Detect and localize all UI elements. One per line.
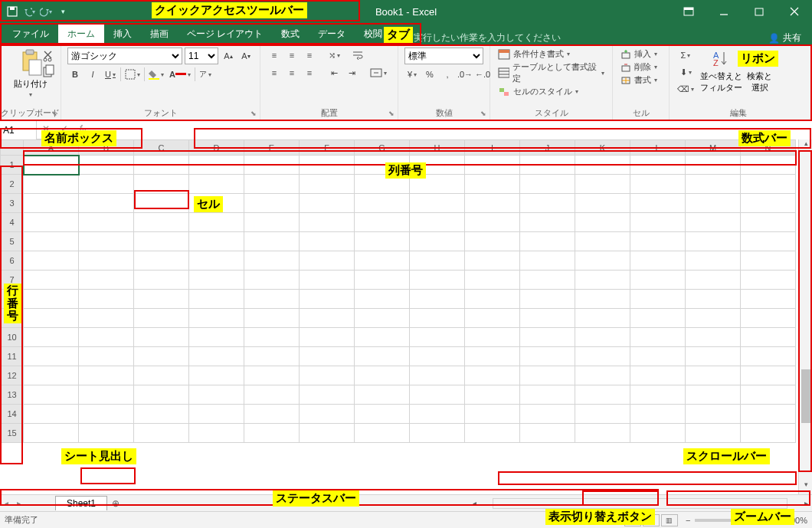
cell[interactable] (134, 194, 189, 213)
cell[interactable] (741, 328, 796, 347)
cell[interactable] (244, 175, 300, 194)
cell[interactable] (410, 405, 465, 424)
cell[interactable] (79, 194, 134, 213)
bold-button[interactable]: B (67, 67, 83, 82)
cell[interactable] (134, 232, 189, 251)
cell[interactable] (134, 405, 189, 424)
number-launcher-icon[interactable]: ⬊ (480, 110, 486, 117)
cell[interactable] (189, 232, 244, 251)
cell[interactable] (410, 251, 465, 271)
cell[interactable] (134, 251, 189, 271)
cell[interactable] (630, 194, 686, 213)
fill-icon[interactable]: ⬇ (676, 64, 696, 80)
cell[interactable] (465, 385, 520, 405)
cell[interactable] (189, 194, 244, 213)
hscroll-track[interactable] (493, 498, 787, 509)
cell[interactable] (630, 424, 686, 443)
cell[interactable] (24, 232, 79, 251)
cell[interactable] (24, 328, 79, 347)
cell[interactable] (355, 213, 410, 232)
cell[interactable] (24, 194, 79, 213)
cell[interactable] (24, 271, 79, 290)
cell[interactable] (410, 213, 465, 232)
font-launcher-icon[interactable]: ⬊ (250, 110, 257, 117)
cell[interactable] (189, 366, 244, 385)
select-all-corner[interactable] (1, 140, 24, 156)
redo-icon[interactable]: ▾ (40, 5, 52, 18)
ribbon-display-icon[interactable] (671, 0, 706, 23)
percent-icon[interactable]: % (422, 67, 437, 82)
name-box[interactable] (0, 121, 37, 139)
view-pagelayout-icon[interactable]: ▤ (643, 514, 660, 526)
row-header[interactable]: 10 (1, 328, 24, 347)
cell[interactable] (79, 424, 134, 443)
cell[interactable] (79, 309, 134, 328)
row-header[interactable]: 4 (1, 213, 24, 232)
cell[interactable] (410, 271, 465, 290)
cell[interactable] (575, 194, 630, 213)
cell[interactable] (741, 385, 796, 405)
cell[interactable] (244, 156, 300, 175)
cell[interactable] (686, 251, 741, 271)
cell[interactable] (355, 405, 410, 424)
cell[interactable] (575, 213, 630, 232)
cell[interactable] (686, 347, 741, 366)
cell[interactable] (189, 347, 244, 366)
cell[interactable] (465, 347, 520, 366)
cell[interactable] (134, 309, 189, 328)
row-header[interactable]: 7 (1, 271, 24, 290)
cell[interactable] (355, 251, 410, 271)
cell[interactable] (24, 251, 79, 271)
row-header[interactable]: 3 (1, 194, 24, 213)
align-bottom-icon[interactable]: ≡ (302, 48, 317, 63)
cell[interactable] (79, 290, 134, 309)
cell[interactable] (355, 309, 410, 328)
cell[interactable] (79, 175, 134, 194)
cell[interactable] (189, 156, 244, 175)
cell[interactable] (189, 405, 244, 424)
cell[interactable] (189, 175, 244, 194)
cell[interactable] (575, 271, 630, 290)
cell[interactable] (741, 251, 796, 271)
row-header[interactable]: 11 (1, 347, 24, 366)
scroll-up-icon[interactable]: ▴ (799, 139, 812, 153)
cell[interactable] (189, 251, 244, 271)
cell[interactable] (520, 213, 575, 232)
cell[interactable] (244, 251, 300, 271)
cell[interactable] (575, 347, 630, 366)
row-header[interactable]: 13 (1, 385, 24, 405)
cell[interactable] (520, 156, 575, 175)
cell[interactable] (686, 405, 741, 424)
save-icon[interactable] (6, 5, 18, 18)
cell[interactable] (189, 271, 244, 290)
cell[interactable] (741, 232, 796, 251)
cell[interactable] (686, 328, 741, 347)
cell[interactable] (355, 156, 410, 175)
cell[interactable] (465, 366, 520, 385)
share-button[interactable]: 👤 共有 (758, 31, 812, 44)
cell[interactable] (244, 213, 300, 232)
cell[interactable] (134, 290, 189, 309)
cell[interactable] (630, 213, 686, 232)
cell[interactable] (300, 405, 355, 424)
align-middle-icon[interactable]: ≡ (284, 48, 300, 63)
cell[interactable] (300, 424, 355, 443)
cell[interactable] (520, 194, 575, 213)
cell[interactable] (79, 405, 134, 424)
cell[interactable] (520, 385, 575, 405)
align-top-icon[interactable]: ≡ (267, 48, 282, 63)
col-header[interactable]: L (630, 140, 686, 156)
cell[interactable] (630, 328, 686, 347)
scroll-thumb[interactable] (801, 369, 810, 423)
cell[interactable] (575, 385, 630, 405)
cell[interactable] (686, 194, 741, 213)
row-header[interactable]: 5 (1, 232, 24, 251)
currency-icon[interactable]: ¥ (404, 67, 420, 82)
indent-decrease-icon[interactable]: ⇤ (326, 65, 342, 80)
cell[interactable] (465, 232, 520, 251)
cell[interactable] (465, 405, 520, 424)
cell[interactable] (630, 405, 686, 424)
cell[interactable] (134, 271, 189, 290)
cell[interactable] (24, 213, 79, 232)
cell[interactable] (465, 213, 520, 232)
